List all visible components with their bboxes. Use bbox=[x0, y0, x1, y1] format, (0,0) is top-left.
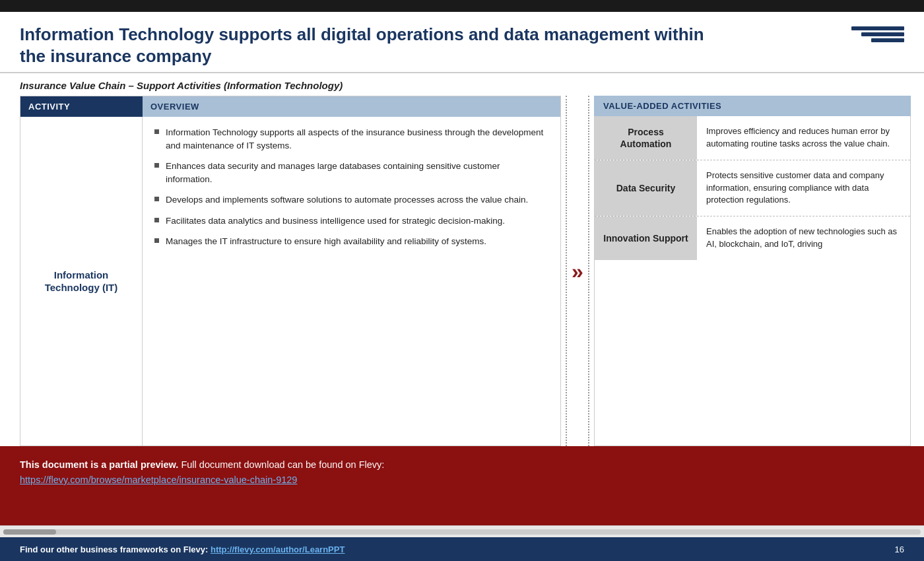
bullet-square bbox=[154, 197, 159, 201]
logo-bar-3 bbox=[871, 38, 904, 42]
subtitle-row: Insurance Value Chain – Support Activiti… bbox=[0, 73, 924, 96]
right-table: VALUE-ADDED ACTIVITIES Process Automatio… bbox=[594, 96, 911, 446]
bullet-square bbox=[154, 129, 159, 134]
dot-divider-2 bbox=[588, 96, 589, 446]
footer-page-number: 16 bbox=[895, 544, 904, 554]
value-label: Process Automation bbox=[601, 126, 690, 150]
preview-link[interactable]: https://flevy.com/browse/marketplace/ins… bbox=[20, 475, 297, 485]
value-desc: Improves efficiency and reduces human er… bbox=[697, 116, 910, 160]
top-bar bbox=[0, 0, 924, 12]
value-desc: Enables the adoption of new technologies… bbox=[697, 216, 910, 260]
bullet-item: Information Technology supports all aspe… bbox=[154, 126, 548, 152]
divider-col: » bbox=[561, 96, 594, 446]
bullet-item: Develops and implements software solutio… bbox=[154, 193, 548, 207]
slide: Information Technology supports all digi… bbox=[0, 0, 924, 561]
preview-text: This document is a partial preview. Full… bbox=[20, 459, 904, 470]
logo-bar-1 bbox=[851, 26, 904, 30]
footer-link[interactable]: http://flevy.com/author/LearnPPT bbox=[211, 544, 345, 554]
bullet-text: Facilitates data analytics and business … bbox=[166, 214, 505, 228]
logo-bar-2 bbox=[861, 32, 904, 36]
bullet-item: Facilitates data analytics and business … bbox=[154, 214, 548, 228]
header-logo bbox=[851, 26, 904, 42]
right-body: Process AutomationImproves efficiency an… bbox=[594, 116, 911, 446]
value-item: Innovation SupportEnables the adoption o… bbox=[595, 216, 910, 260]
value-label-box: Innovation Support bbox=[595, 216, 697, 260]
footer-left: Find our other business frameworks on Fl… bbox=[20, 543, 345, 555]
scroll-track bbox=[3, 529, 921, 535]
main-content: ACTIVITY OVERVIEW Information Technology… bbox=[0, 96, 924, 446]
dot-divider bbox=[566, 96, 567, 446]
bullet-square bbox=[154, 218, 159, 222]
bullet-square bbox=[154, 238, 159, 243]
activity-label: Information Technology (IT) bbox=[31, 269, 131, 294]
value-label-box: Process Automation bbox=[595, 116, 697, 160]
value-label: Data Security bbox=[616, 182, 675, 194]
scroll-thumb[interactable] bbox=[3, 529, 56, 535]
value-label: Innovation Support bbox=[603, 232, 688, 244]
table-header: ACTIVITY OVERVIEW bbox=[20, 96, 560, 117]
bullet-text: Enhances data security and manages large… bbox=[166, 160, 548, 185]
header: Information Technology supports all digi… bbox=[0, 12, 924, 73]
td-activity: Information Technology (IT) bbox=[20, 117, 143, 446]
right-header: VALUE-ADDED ACTIVITIES bbox=[594, 96, 911, 116]
bullet-item: Manages the IT infrastructure to ensure … bbox=[154, 235, 548, 248]
bullet-square bbox=[154, 163, 159, 168]
left-table: ACTIVITY OVERVIEW Information Technology… bbox=[20, 96, 561, 446]
value-desc: Protects sensitive customer data and com… bbox=[697, 160, 910, 216]
td-overview: Information Technology supports all aspe… bbox=[143, 117, 560, 446]
bullet-text: Information Technology supports all aspe… bbox=[166, 126, 548, 152]
th-activity: ACTIVITY bbox=[20, 96, 143, 117]
th-overview: OVERVIEW bbox=[143, 96, 560, 117]
page-title: Information Technology supports all digi… bbox=[20, 24, 713, 67]
scroll-area bbox=[0, 525, 924, 537]
footer: Find our other business frameworks on Fl… bbox=[0, 537, 924, 561]
preview-bold: This document is a partial preview. bbox=[20, 459, 178, 470]
preview-normal: Full document download can be found on F… bbox=[181, 459, 384, 470]
bullet-text: Manages the IT infrastructure to ensure … bbox=[166, 235, 486, 248]
footer-text: Find our other business frameworks on Fl… bbox=[20, 544, 211, 554]
value-item: Process AutomationImproves efficiency an… bbox=[595, 116, 910, 160]
subtitle: Insurance Value Chain – Support Activiti… bbox=[20, 80, 343, 91]
value-item: Data SecurityProtects sensitive customer… bbox=[595, 160, 910, 217]
double-chevron-icon: » bbox=[572, 261, 583, 282]
preview-banner: This document is a partial preview. Full… bbox=[0, 446, 924, 525]
bullet-item: Enhances data security and manages large… bbox=[154, 160, 548, 185]
table-body: Information Technology (IT) Information … bbox=[20, 117, 560, 446]
value-label-box: Data Security bbox=[595, 160, 697, 216]
bullet-text: Develops and implements software solutio… bbox=[166, 193, 528, 207]
